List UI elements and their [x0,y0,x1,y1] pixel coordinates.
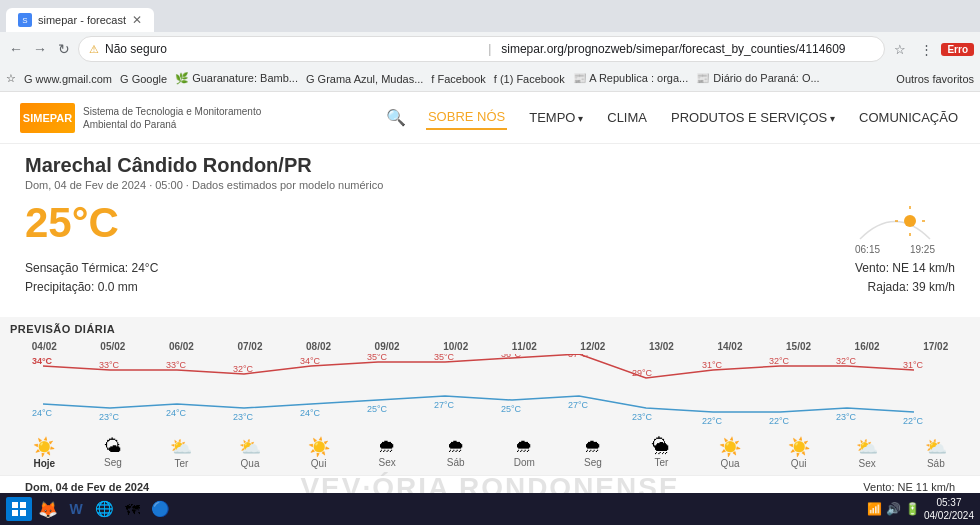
taskbar-volume-icon: 🔊 [886,502,901,516]
rajada: Rajada: 39 km/h [855,278,955,297]
bookmark-outros[interactable]: Outros favoritos [896,73,974,85]
forecast-date-cell: 04/02 [10,341,79,354]
sun-widget: 06:15 19:25 [855,199,935,255]
day-name: Sex [379,457,396,468]
taskbar-word[interactable]: W [64,497,88,521]
day-name: Dom [514,457,535,468]
temp-row: 25°C 06:15 19:25 [25,199,955,255]
bookmark-facebook2[interactable]: f (1) Facebook [494,73,565,85]
browser-right-icons: ☆ ⋮ Erro [889,38,974,60]
start-button[interactable] [6,497,32,521]
active-tab[interactable]: S simepar - forecast ✕ [6,8,154,32]
bookmark-grama-azul[interactable]: G Grama Azul, Mudas... [306,73,423,85]
forecast-date-label: 05/02 [100,341,125,354]
nav-clima[interactable]: CLIMA [605,106,649,129]
weather-icon: ⛅ [925,436,947,458]
bottom-vento: Vento: NE 11 km/h [863,481,955,493]
svg-text:24°C: 24°C [300,408,321,418]
forecast-date-label: 12/02 [580,341,605,354]
svg-point-0 [904,215,916,227]
forecast-date-label: 10/02 [443,341,468,354]
sunset-time: 19:25 [910,244,935,255]
tab-title: simepar - forecast [38,14,126,26]
svg-text:36°C: 36°C [501,354,522,359]
forecast-icon-cell: ⛅Ter [147,436,216,469]
svg-text:22°C: 22°C [903,416,924,426]
weather-icon: ☀️ [719,436,741,458]
forecast-section: PREVISÃO DIÁRIA 04/0205/0206/0207/0208/0… [0,317,980,475]
svg-text:27°C: 27°C [434,400,455,410]
taskbar-firefox[interactable]: 🦊 [36,497,60,521]
svg-text:31°C: 31°C [702,360,723,370]
svg-text:22°C: 22°C [702,416,723,426]
taskbar-maps[interactable]: 🗺 [120,497,144,521]
forecast-chart-container: 04/0205/0206/0207/0208/0209/0210/0211/02… [10,341,970,469]
forecast-icon-cell: ⛅Sáb [902,436,971,469]
nav-tempo[interactable]: TEMPO [527,106,585,129]
weather-icon: ☀️ [308,436,330,458]
nav-sobre-nos[interactable]: SOBRE NÓS [426,105,507,130]
bookmark-republica[interactable]: 📰 A Republica : orga... [573,72,689,85]
bookmarks-star-icon: ☆ [6,72,16,85]
bookmark-gmail[interactable]: G www.gmail.com [24,73,112,85]
day-name: Ter [655,457,669,468]
taskbar-chrome[interactable]: 🔵 [148,497,172,521]
taskbar-time: 05:37 04/02/2024 [924,496,974,522]
bookmark-star-btn[interactable]: ☆ [889,38,911,60]
svg-text:37°C: 37°C [568,354,589,359]
bookmark-guaranature[interactable]: 🌿 Guaranature: Bamb... [175,72,298,85]
taskbar-right: 📶 🔊 🔋 05:37 04/02/2024 [867,496,974,522]
nav-produtos[interactable]: PRODUTOS E SERVIÇOS [669,106,837,129]
svg-rect-33 [12,502,18,508]
svg-text:24°C: 24°C [32,408,53,418]
forecast-date-cell: 13/02 [627,341,696,354]
bookmark-diario[interactable]: 📰 Diário do Paraná: O... [696,72,819,85]
svg-text:35°C: 35°C [434,354,455,362]
forecast-date-cell: 14/02 [696,341,765,354]
nav-menu: 🔍 SOBRE NÓS TEMPO CLIMA PRODUTOS E SERVI… [386,105,960,130]
forecast-date-cell: 10/02 [421,341,490,354]
forecast-date-cell: 17/02 [901,341,970,354]
reload-button[interactable]: ↻ [54,39,74,59]
nav-comunicacao[interactable]: COMUNICAÇÃO [857,106,960,129]
sun-arc [855,199,935,244]
site-wrapper: SIMEPAR Sistema de Tecnologia e Monitora… [0,92,980,525]
day-name: Seg [584,457,602,468]
forecast-icon-cell: ☀️Qua [696,436,765,469]
taskbar-battery-icon: 🔋 [905,502,920,516]
bookmark-google[interactable]: G Google [120,73,167,85]
forecast-icon-cell: 🌧Sex [353,436,422,469]
taskbar-explorer[interactable]: 🌐 [92,497,116,521]
forecast-date-cell: 09/02 [353,341,422,354]
svg-rect-35 [12,510,18,516]
svg-text:25°C: 25°C [501,404,522,414]
bookmark-facebook[interactable]: f Facebook [431,73,485,85]
day-name: Seg [104,457,122,468]
day-name: Qua [721,458,740,469]
weather-icon: 🌤 [104,436,122,457]
svg-text:24°C: 24°C [166,408,187,418]
security-icon: ⚠ [89,43,99,56]
weather-icon: 🌦 [652,436,670,457]
back-button[interactable]: ← [6,39,26,59]
forecast-icon-cell: 🌦Ter [627,436,696,469]
svg-text:31°C: 31°C [903,360,924,370]
svg-text:33°C: 33°C [166,360,187,370]
weather-icon: ⛅ [239,436,261,458]
weather-icon: ☀️ [788,436,810,458]
tabs-bar: S simepar - forecast ✕ [0,0,980,32]
forward-button[interactable]: → [30,39,50,59]
tab-close-btn[interactable]: ✕ [132,13,142,27]
more-btn[interactable]: ⋮ [915,38,937,60]
precipitacao: Precipitação: 0.0 mm [25,278,158,297]
day-name: Ter [174,458,188,469]
day-name: Qui [791,458,807,469]
forecast-icon-cell: 🌤Seg [79,436,148,469]
taskbar: 🦊 W 🌐 🗺 🔵 📶 🔊 🔋 05:37 04/02/2024 [0,493,980,525]
taskbar-network-icon: 📶 [867,502,882,516]
address-bar[interactable]: ⚠ Não seguro | simepar.org/prognozweb/si… [78,36,885,62]
search-icon[interactable]: 🔍 [386,108,406,127]
forecast-icon-cell: 🌧Seg [559,436,628,469]
svg-text:23°C: 23°C [233,412,254,422]
forecast-icon-cell: ⛅Sex [833,436,902,469]
